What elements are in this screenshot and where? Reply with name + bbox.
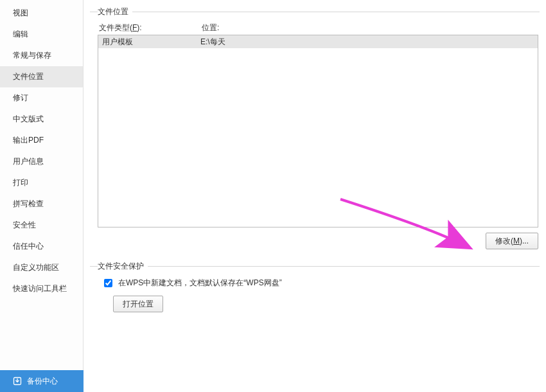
modify-button[interactable]: 修改(M)... (486, 233, 538, 249)
file-location-group: 文件位置 文件类型(F): 位置: 用户模板E:\每天 修改(M)... (90, 6, 540, 249)
table-header: 文件类型(F): 位置: (98, 22, 538, 33)
cell-location: E:\每天 (198, 35, 538, 48)
sidebar-item-7[interactable]: 用户信息 (0, 151, 83, 172)
default-save-wps-label[interactable]: 在WPS中新建文档，文档默认保存在“WPS网盘” (118, 278, 282, 289)
sidebar-item-6[interactable]: 输出PDF (0, 130, 83, 151)
default-save-wps-checkbox[interactable] (104, 279, 112, 287)
col-location-label: 位置: (202, 22, 538, 33)
sidebar-item-11[interactable]: 信任中心 (0, 236, 83, 257)
sidebar-item-5[interactable]: 中文版式 (0, 109, 83, 130)
sidebar-item-3[interactable]: 文件位置 (0, 66, 83, 87)
file-location-title: 文件位置 (98, 6, 132, 17)
table-row[interactable]: 用户模板E:\每天 (98, 35, 538, 48)
main-panel: 文件位置 文件类型(F): 位置: 用户模板E:\每天 修改(M)... 文件安… (84, 0, 546, 392)
file-location-table[interactable]: 用户模板E:\每天 (98, 35, 538, 227)
sidebar-item-4[interactable]: 修订 (0, 87, 83, 109)
sidebar-nav: 视图编辑常规与保存文件位置修订中文版式输出PDF用户信息打印拼写检查安全性信任中… (0, 0, 83, 392)
sidebar-item-13[interactable]: 快速访问工具栏 (0, 278, 83, 299)
backup-center-label: 备份中心 (27, 376, 58, 387)
sidebar-item-0[interactable]: 视图 (0, 3, 83, 24)
sidebar-item-2[interactable]: 常规与保存 (0, 45, 83, 66)
sidebar-item-1[interactable]: 编辑 (0, 24, 83, 45)
cell-file-type: 用户模板 (98, 35, 198, 48)
sidebar-item-8[interactable]: 打印 (0, 172, 83, 193)
sidebar-item-9[interactable]: 拼写检查 (0, 193, 83, 215)
sidebar-item-10[interactable]: 安全性 (0, 215, 83, 236)
open-location-button[interactable]: 打开位置 (113, 296, 163, 312)
backup-icon (13, 377, 22, 386)
file-safety-group: 文件安全保护 在WPS中新建文档，文档默认保存在“WPS网盘” 打开位置 (90, 261, 540, 312)
col-file-type-label: 文件类型(F): (99, 22, 202, 33)
file-safety-title: 文件安全保护 (98, 261, 148, 272)
sidebar-item-12[interactable]: 自定义功能区 (0, 257, 83, 278)
backup-center-button[interactable]: 备份中心 (0, 370, 84, 392)
sidebar: 视图编辑常规与保存文件位置修订中文版式输出PDF用户信息打印拼写检查安全性信任中… (0, 0, 84, 392)
